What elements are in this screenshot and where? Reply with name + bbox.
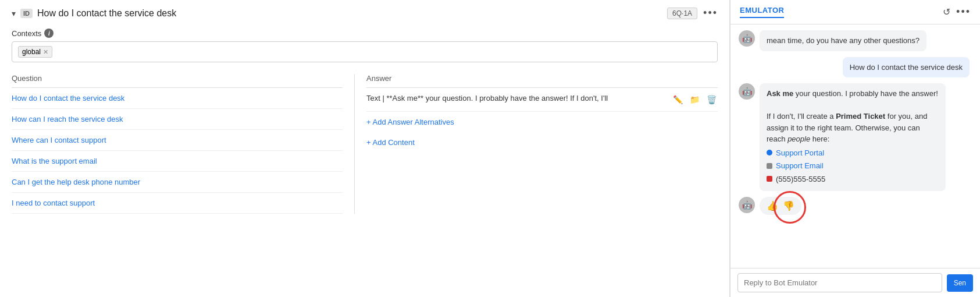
thumbs-up-icon[interactable]: 👍 — [767, 200, 778, 211]
chat-area: 🤖 mean time, do you have any other quest… — [730, 24, 980, 268]
reply-input[interactable] — [737, 273, 942, 292]
bot-bubble-1: mean time, do you have any other questio… — [760, 30, 926, 51]
list-item[interactable]: How do I contact the service desk — [12, 88, 343, 109]
answer-icons: ✏️ 📁 🗑️ — [672, 94, 718, 105]
thumbs-down-icon[interactable]: 👎 — [783, 200, 794, 211]
user-message-1: How do I contact the service desk — [739, 57, 972, 78]
context-tag-global: global ✕ — [18, 46, 52, 58]
support-portal-link[interactable]: Support Portal — [776, 147, 824, 159]
chevron-icon[interactable]: ▾ — [12, 9, 16, 18]
emulator-controls: ↺ ••• — [943, 6, 971, 18]
feedback-row: 🤖 👍 👎 — [739, 197, 972, 215]
left-panel: ▾ ID How do I contact the service desk 6… — [0, 0, 730, 297]
bot-text-line2: If I don't, I'll create a Primed Ticket … — [767, 112, 927, 143]
user-text-1: How do I contact the service desk — [850, 63, 963, 72]
add-content-button[interactable]: + Add Content — [366, 132, 718, 153]
emulator-header: EMULATOR ↺ ••• — [730, 0, 980, 24]
answer-row: Text | **Ask me** your question. I proba… — [366, 88, 718, 112]
folder-icon[interactable]: 📁 — [689, 94, 701, 105]
user-bubble-1: How do I contact the service desk — [843, 57, 970, 78]
emulator-title: EMULATOR — [740, 6, 784, 18]
answer-col-header: Answer — [366, 74, 718, 88]
question-column: Question How do I contact the service de… — [12, 74, 355, 214]
refresh-icon[interactable]: ↺ — [943, 6, 950, 17]
bot-message-2: 🤖 Ask me your question. I probably have … — [739, 83, 972, 191]
question-col-header: Question — [12, 74, 343, 88]
add-answer-alternatives-button[interactable]: + Add Answer Alternatives — [366, 112, 718, 132]
more-options-icon[interactable]: ••• — [703, 7, 718, 19]
phone-number: (555)555-5555 — [776, 174, 825, 185]
edit-icon[interactable]: ✏️ — [672, 94, 684, 105]
list-item[interactable]: How can I reach the service desk — [12, 109, 343, 130]
bot-text-line1: Ask me your question. I probably have th… — [767, 89, 938, 98]
list-item-phone: (555)555-5555 — [767, 174, 939, 185]
emulator-panel: EMULATOR ↺ ••• 🤖 mean time, do you have … — [730, 0, 980, 297]
feedback-bubble-wrapper: 👍 👎 — [760, 197, 801, 215]
bullet-icon-portal — [767, 150, 772, 155]
bot-avatar-1: 🤖 — [739, 30, 755, 47]
list-item[interactable]: Where can I contact support — [12, 130, 343, 151]
bullet-icon-email — [767, 163, 772, 169]
qa-table: Question How do I contact the service de… — [12, 74, 718, 214]
emulator-more-icon[interactable]: ••• — [956, 6, 971, 18]
support-email-link[interactable]: Support Email — [776, 160, 824, 172]
header-left: ▾ ID How do I contact the service desk — [12, 8, 176, 19]
bot-bubble-2: Ask me your question. I probably have th… — [760, 83, 946, 191]
bot-message-1: 🤖 mean time, do you have any other quest… — [739, 30, 972, 51]
list-item[interactable]: What is the support email — [12, 151, 343, 172]
answer-column: Answer Text | **Ask me** your question. … — [355, 74, 718, 214]
contexts-text: Contexts — [12, 29, 41, 38]
tag-close-icon[interactable]: ✕ — [43, 48, 48, 56]
qa-badge: 6Q·1A — [667, 8, 697, 19]
header-right: 6Q·1A ••• — [667, 7, 718, 19]
bot-text-1: mean time, do you have any other questio… — [767, 36, 920, 45]
contexts-label: Contexts i — [12, 29, 718, 38]
bullet-icon-phone — [767, 176, 772, 182]
tag-label: global — [22, 48, 41, 56]
list-item-email: Support Email — [767, 160, 939, 172]
delete-icon[interactable]: 🗑️ — [705, 94, 718, 105]
list-item-portal: Support Portal — [767, 147, 939, 159]
page-title: How do I contact the service desk — [37, 8, 176, 19]
header-row: ▾ ID How do I contact the service desk 6… — [12, 7, 718, 19]
bot-avatar-2: 🤖 — [739, 83, 755, 100]
list-item[interactable]: I need to contact support — [12, 193, 343, 214]
answer-text: Text | **Ask me** your question. I proba… — [366, 94, 608, 102]
id-badge: ID — [20, 9, 33, 18]
info-icon: i — [44, 29, 54, 38]
bot-avatar-3: 🤖 — [739, 197, 755, 213]
feedback-bubble: 👍 👎 — [760, 197, 801, 215]
contexts-box[interactable]: global ✕ — [12, 41, 718, 62]
bullet-list: Support Portal Support Email (555)555-55… — [767, 147, 939, 185]
reply-area: Sen — [730, 268, 980, 297]
list-item[interactable]: Can I get the help desk phone number — [12, 172, 343, 193]
send-button[interactable]: Sen — [947, 274, 973, 292]
